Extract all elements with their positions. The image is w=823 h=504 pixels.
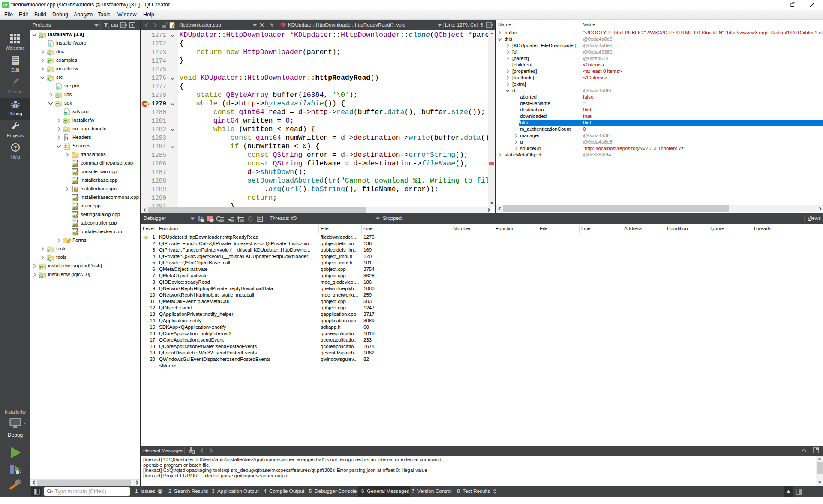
svg-text:Qt: Qt: [48, 249, 51, 252]
svg-text:Qt: Qt: [48, 44, 51, 47]
svg-text:Qt: Qt: [48, 60, 51, 64]
svg-text:Qt: Qt: [64, 129, 67, 132]
svg-text:Qt: Qt: [64, 112, 68, 116]
svg-text:Qt: Qt: [48, 52, 51, 55]
svg-text:1: 1: [159, 489, 161, 494]
svg-text:Qt: Qt: [48, 258, 51, 261]
svg-text:h: h: [65, 135, 68, 141]
svg-text:Qt: Qt: [48, 69, 51, 72]
svg-text:Qt: Qt: [39, 266, 43, 270]
svg-text:Qt: Qt: [56, 103, 59, 107]
svg-text:Qt: Qt: [39, 275, 43, 278]
svg-text:Qt: Qt: [64, 120, 67, 124]
svg-text:Qt: Qt: [56, 95, 59, 98]
svg-text:C₊: C₊: [64, 144, 69, 149]
svg-text:Qt: Qt: [48, 78, 51, 81]
svg-text:Qt: Qt: [56, 87, 60, 90]
svg-text:Qt: Qt: [39, 35, 43, 38]
svg-text:?: ?: [14, 145, 17, 151]
svg-text:Qt: Qt: [3, 3, 8, 7]
